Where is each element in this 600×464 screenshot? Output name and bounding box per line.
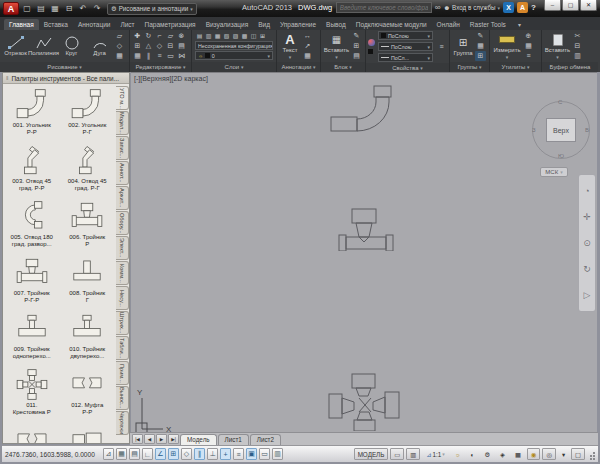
ortho-toggle[interactable]: ∟ [142, 448, 153, 460]
viewport-controls[interactable]: [-][Верхняя][2D каркас] [134, 75, 208, 82]
snap-toggle[interactable]: ▦ [116, 448, 127, 460]
palette-item-tee-single-transition[interactable]: 009. Тройникоднопереxо... [4, 312, 60, 362]
create-block-icon[interactable]: ⊞ [351, 41, 362, 51]
palette-tab-communications[interactable]: Комм... [116, 261, 129, 285]
polyline-button[interactable]: Полилиния [30, 35, 57, 57]
tab-layout1[interactable]: Лист1 [218, 434, 249, 445]
next-layout-button[interactable]: ▶ [156, 434, 167, 444]
tab-plugins[interactable]: Подключаемые модули [351, 19, 432, 30]
coordinates-display[interactable]: 2476.7360, 1603.5988, 0.0000 [5, 451, 101, 458]
palette-item-bend45-pp[interactable]: 003. Отвод 45град. Р-Р [4, 144, 60, 194]
layer-state-dropdown[interactable]: Несохраненная конфигурация сло ▾ [195, 41, 273, 50]
viewcube[interactable]: С В Ю З Верх [532, 101, 590, 159]
tab-manage[interactable]: Управление [275, 19, 321, 30]
cut-icon[interactable]: ✂ [572, 31, 583, 41]
layer-match-icon[interactable]: ▩ [240, 32, 249, 40]
ungroup-icon[interactable]: ✎ [475, 31, 486, 41]
line-button[interactable]: Отрезок [2, 35, 29, 57]
rotate-icon[interactable]: ↻ [143, 31, 154, 41]
palette-tab-electrical[interactable]: Элект... [116, 236, 129, 260]
pipe-fitting-elbow[interactable] [330, 79, 398, 135]
help-icon[interactable]: ? [531, 3, 536, 12]
tab-annotate[interactable]: Аннотации [73, 19, 116, 30]
exchange-icon[interactable]: X [503, 2, 514, 13]
layer-dropdown[interactable]: ☼ 0 ▾ [195, 51, 273, 60]
transparency-toggle[interactable]: ▣ [246, 448, 257, 460]
layer-freeze-icon[interactable]: ▧ [222, 32, 231, 40]
arc-button[interactable]: Дуга [86, 35, 113, 57]
unisolate-objects-icon[interactable]: ◎ [542, 448, 556, 460]
tool-palette-titlebar[interactable]: ‖ Палитры инструментов - Все пали... [3, 73, 129, 84]
palette-item-tee-double-transition[interactable]: 010. Тройникдвуперехо... [60, 312, 116, 362]
isolate-objects-icon[interactable]: ◉ [527, 448, 541, 460]
last-layout-button[interactable]: ▶| [168, 434, 179, 444]
layer-properties-icon[interactable]: ▤ [195, 32, 204, 40]
explode-icon[interactable]: ⊗ [176, 31, 187, 41]
palette-tab-equipment[interactable]: Обору... [116, 211, 129, 235]
palette-tab-hatches[interactable]: Штрих... [116, 311, 129, 335]
pan-icon[interactable]: ✛ [583, 212, 591, 222]
palette-item-partial-2[interactable] [60, 424, 116, 443]
ribbon-minimize-icon[interactable]: ▾ [515, 19, 524, 30]
tab-model[interactable]: Модель [180, 434, 217, 445]
search-icon[interactable]: ∞ [435, 3, 441, 12]
palette-item-tee-pgp[interactable]: 007. ТройникР-Г-Р [4, 256, 60, 306]
offset-icon[interactable]: ∥ [143, 51, 154, 61]
palette-item-elbow-pp[interactable]: 001. УгольникР-Р [4, 88, 60, 138]
dimension-icon[interactable]: ↔ [302, 31, 313, 41]
tab-home[interactable]: Главная [4, 19, 39, 30]
osnap-3d-toggle[interactable]: ◇ [181, 448, 192, 460]
panel-title-modify[interactable]: Редактирование ▾ [130, 62, 191, 72]
autoscale-icon[interactable]: ◐ [467, 448, 479, 460]
first-layout-button[interactable]: |◀ [132, 434, 143, 444]
minimize-button[interactable]: ‒ [544, 0, 561, 11]
panel-title-utilities[interactable]: Утилиты ▾ [490, 62, 541, 72]
pipe-fitting-cross[interactable] [328, 361, 402, 431]
tab-view[interactable]: Вид [253, 19, 275, 30]
search-input[interactable] [336, 2, 432, 13]
sign-in-button[interactable]: ☻ Вход в службы ▾ [443, 4, 500, 11]
tab-render[interactable]: Визуализация [201, 19, 254, 30]
model-paper-toggle[interactable]: МОДЕЛЬ [354, 448, 389, 460]
palette-item-elbow-pg[interactable]: 002. УгольникР-Г [60, 88, 116, 138]
selection-cycling-toggle[interactable]: ▥ [272, 448, 283, 460]
panel-title-properties[interactable]: Свойства ▾ [366, 63, 449, 72]
annotation-scale-button[interactable]: ⊿ 1:1 ▾ [422, 448, 449, 460]
workspace-gear-icon[interactable]: ⚙ [480, 448, 494, 460]
circle-button[interactable]: Круг [58, 35, 85, 57]
palette-item-tee-g[interactable]: 008. ТройникГ [60, 256, 116, 306]
palette-item-tee-p[interactable]: 006. ТройникР [60, 200, 116, 250]
compass-south[interactable]: Ю [558, 153, 564, 159]
status-menu-icon[interactable]: ▾ [558, 448, 569, 460]
palette-item-bend45-pg[interactable]: 004. Отвод 45град. Р-Г [60, 144, 116, 194]
open-file-icon[interactable]: ▤ [35, 2, 47, 15]
lock-ui-icon[interactable]: ◈ [496, 448, 509, 460]
otrack-toggle[interactable]: ∥ [194, 448, 205, 460]
workspace-switcher[interactable]: ⚙ Рисование и аннотации ▾ [107, 3, 197, 15]
apps-icon[interactable]: A [517, 2, 528, 13]
ellipse-icon[interactable]: ◇ [114, 41, 125, 51]
zoom-icon[interactable]: ⊙ [583, 238, 591, 248]
compass-north[interactable]: С [558, 99, 562, 105]
break-icon[interactable]: ▭ [165, 51, 176, 61]
polar-tracking-toggle[interactable]: ∠ [155, 448, 166, 460]
linetype-dropdown[interactable]: ПоСл... ▾ [378, 53, 433, 62]
calculator-icon[interactable]: ▦ [523, 41, 534, 51]
palette-tab-leaders[interactable]: Вынос... [116, 386, 129, 410]
palette-tab-architecture[interactable]: Архит... [116, 186, 129, 210]
edit-block-icon[interactable]: ✎ [351, 31, 362, 41]
palette-tab-annotate[interactable]: Аннот... [116, 161, 129, 185]
steering-wheel-icon[interactable]: ◔ [584, 186, 589, 196]
compass-east[interactable]: В [585, 127, 589, 133]
grid-toggle[interactable]: ▤ [129, 448, 140, 460]
tab-layout2[interactable]: Лист2 [250, 434, 281, 445]
palette-item-coupling[interactable]: 012. МуфтаР-Р [60, 368, 116, 418]
viewcube-wcs-menu[interactable]: МСК ▾ [540, 167, 568, 177]
join-icon[interactable]: ⋈ [176, 51, 187, 61]
infer-constraints-toggle[interactable]: ⊿ [103, 448, 114, 460]
leader-icon[interactable]: ↗ [302, 41, 313, 51]
layer-state-icon[interactable]: ⊞ [258, 32, 267, 40]
dynamic-input-toggle[interactable]: + [220, 448, 231, 460]
hatch-icon[interactable]: ▦ [114, 51, 125, 61]
panel-title-draw[interactable]: Рисование ▾ [0, 62, 129, 72]
